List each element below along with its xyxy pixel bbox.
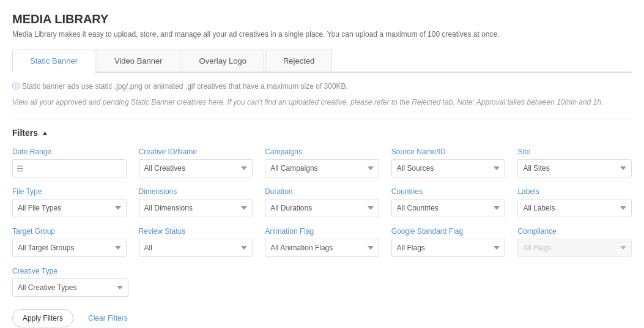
calendar-icon: ☰	[17, 164, 24, 173]
filter-dimensions: Dimensions All Dimensions	[139, 187, 253, 217]
tab-overlay-logo[interactable]: Overlay Logo	[182, 50, 264, 72]
apply-filters-button[interactable]: Apply Filters	[12, 309, 73, 327]
filter-review-status: Review Status All	[139, 227, 253, 257]
filter-target-group: Target Group All Target Groups	[12, 227, 127, 257]
label-google-flag: Google Standard Flag	[391, 227, 506, 236]
select-review-status[interactable]: All	[139, 239, 253, 257]
label-countries: Countries	[391, 187, 506, 196]
label-creative-type: Creative Type	[12, 267, 128, 275]
input-date-range[interactable]	[12, 159, 127, 177]
select-google-flag[interactable]: All Flags	[391, 239, 506, 257]
label-dimensions: Dimensions	[139, 187, 253, 196]
filter-animation-flag: Animation Flag All Animation Flags	[265, 227, 379, 257]
filter-google-flag: Google Standard Flag All Flags	[391, 227, 506, 257]
chevron-up-icon: ▲	[42, 129, 48, 136]
label-animation-flag: Animation Flag	[265, 227, 379, 236]
label-source-name: Source Name/ID	[391, 147, 506, 156]
select-creative-type[interactable]: All Creative Types	[12, 278, 128, 297]
filters-toggle[interactable]: Filters ▲	[12, 128, 632, 138]
filter-labels: Labels All Labels	[517, 187, 632, 217]
filters-label: Filters	[12, 128, 38, 138]
select-file-type[interactable]: All File Types	[12, 199, 127, 217]
label-compliance: Compliance	[517, 227, 632, 236]
view-note: View all your approved and pending Stati…	[12, 97, 632, 108]
filters-grid: Date Range ☰ Creative ID/Name All Creati…	[12, 147, 632, 257]
divider-1	[12, 119, 632, 119]
label-review-status: Review Status	[139, 227, 253, 236]
tab-bar: Static Banner Video Banner Overlay Logo …	[12, 50, 632, 73]
filter-campaigns: Campaigns All Campaigns	[265, 147, 379, 177]
label-campaigns: Campaigns	[265, 147, 379, 156]
label-file-type: File Type	[12, 187, 127, 196]
creative-type-row: Creative Type All Creative Types	[12, 267, 632, 297]
filter-countries: Countries All Countries	[391, 187, 506, 217]
tab-static-banner[interactable]: Static Banner	[12, 50, 95, 73]
select-campaigns[interactable]: All Campaigns	[265, 159, 379, 177]
label-target-group: Target Group	[12, 227, 127, 236]
filter-creative-type: Creative Type All Creative Types	[12, 267, 128, 297]
filter-action-buttons: Apply Filters Clear Filters	[12, 309, 632, 327]
page-title: MEDIA LIBRARY	[12, 12, 632, 26]
label-creative-id: Creative ID/Name	[139, 147, 253, 156]
select-dimensions[interactable]: All Dimensions	[139, 199, 253, 217]
select-countries[interactable]: All Countries	[391, 199, 506, 217]
static-note: ⓘStatic banner ads use static .jpg/.png …	[12, 81, 632, 92]
select-site[interactable]: All Sites	[517, 159, 632, 177]
tab-rejected[interactable]: Rejected	[265, 50, 332, 72]
label-labels: Labels	[517, 187, 632, 196]
page-subtitle: Media Library makes it easy to upload, s…	[12, 30, 632, 39]
select-target-group[interactable]: All Target Groups	[12, 239, 127, 257]
label-duration: Duration	[265, 187, 379, 196]
select-compliance[interactable]: All Flags	[517, 239, 632, 257]
info-icon: ⓘ	[12, 82, 20, 91]
tab-video-banner[interactable]: Video Banner	[97, 50, 180, 72]
label-date-range: Date Range	[12, 147, 127, 156]
clear-filters-button[interactable]: Clear Filters	[80, 310, 136, 327]
select-labels[interactable]: All Labels	[517, 199, 632, 217]
filter-creative-id: Creative ID/Name All Creatives	[139, 147, 253, 177]
select-source-name[interactable]: All Sources	[391, 159, 506, 177]
select-duration[interactable]: All Durations	[265, 199, 379, 217]
filter-source-name: Source Name/ID All Sources	[391, 147, 506, 177]
filter-site: Site All Sites	[517, 147, 632, 177]
label-site: Site	[517, 147, 632, 156]
filter-compliance: Compliance All Flags	[517, 227, 632, 257]
select-animation-flag[interactable]: All Animation Flags	[265, 239, 379, 257]
filter-duration: Duration All Durations	[265, 187, 379, 217]
filter-date-range: Date Range ☰	[12, 147, 127, 177]
filter-file-type: File Type All File Types	[12, 187, 127, 217]
select-creative-id[interactable]: All Creatives	[139, 159, 253, 177]
